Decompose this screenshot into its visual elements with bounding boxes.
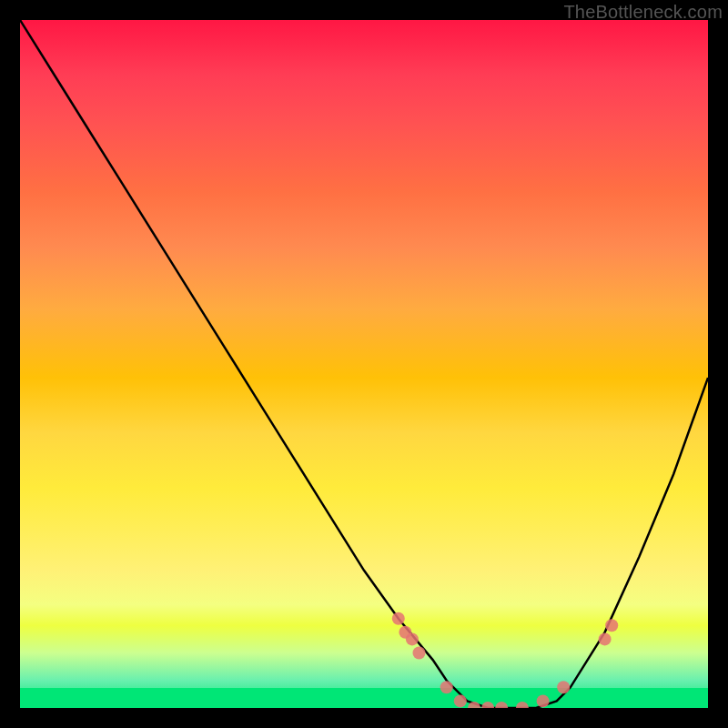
data-markers-group — [392, 612, 618, 708]
bottleneck-curve-svg — [20, 20, 708, 708]
data-marker — [537, 694, 550, 707]
data-marker — [599, 632, 612, 645]
data-marker — [406, 632, 419, 645]
data-marker — [392, 612, 405, 625]
data-marker — [605, 619, 618, 632]
data-marker — [481, 702, 494, 708]
data-marker — [495, 702, 508, 708]
watermark-text: TheBottleneck.com — [563, 2, 723, 23]
data-marker — [413, 647, 426, 660]
data-marker — [516, 702, 529, 708]
bottleneck-curve-line — [20, 20, 708, 708]
data-marker — [454, 694, 467, 707]
data-marker — [557, 681, 570, 693]
chart-plot-area — [20, 20, 708, 708]
data-marker — [440, 681, 453, 693]
